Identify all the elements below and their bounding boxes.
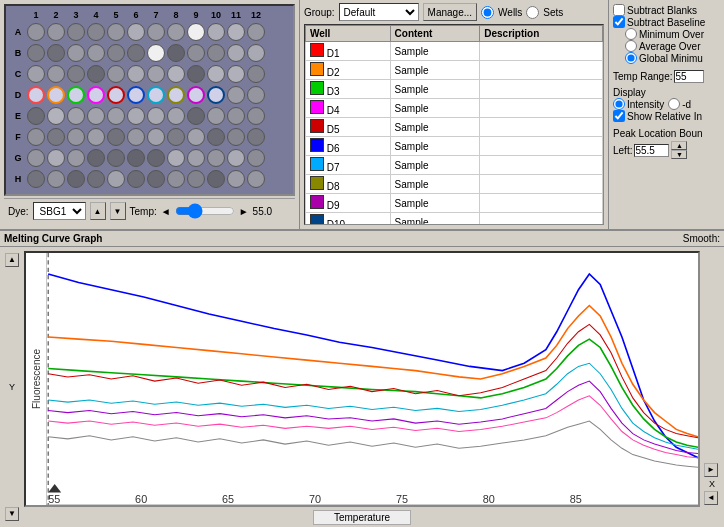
well-G8[interactable] bbox=[167, 149, 185, 167]
dye-spin-down[interactable]: ▼ bbox=[110, 202, 126, 220]
well-B2[interactable] bbox=[47, 44, 65, 62]
table-row[interactable]: D2Sample bbox=[306, 61, 603, 80]
well-F4[interactable] bbox=[87, 128, 105, 146]
well-F1[interactable] bbox=[27, 128, 45, 146]
dye-select[interactable]: SBG1 bbox=[33, 202, 86, 220]
table-row[interactable]: D4Sample bbox=[306, 99, 603, 118]
temp-range-input[interactable] bbox=[674, 70, 704, 83]
temp-slider-right[interactable]: ► bbox=[239, 206, 249, 217]
well-C2[interactable] bbox=[47, 65, 65, 83]
well-F8[interactable] bbox=[167, 128, 185, 146]
well-G9[interactable] bbox=[187, 149, 205, 167]
well-D7[interactable] bbox=[147, 86, 165, 104]
subtract-baseline-label[interactable]: Subtract Baseline bbox=[613, 16, 720, 28]
well-B3[interactable] bbox=[67, 44, 85, 62]
well-D12[interactable] bbox=[247, 86, 265, 104]
well-C7[interactable] bbox=[147, 65, 165, 83]
well-B7[interactable] bbox=[147, 44, 165, 62]
well-E9[interactable] bbox=[187, 107, 205, 125]
well-C11[interactable] bbox=[227, 65, 245, 83]
well-F11[interactable] bbox=[227, 128, 245, 146]
well-E7[interactable] bbox=[147, 107, 165, 125]
well-H11[interactable] bbox=[227, 170, 245, 188]
x-right-btn[interactable]: ► bbox=[704, 463, 718, 477]
well-C10[interactable] bbox=[207, 65, 225, 83]
well-D3[interactable] bbox=[67, 86, 85, 104]
d-label[interactable]: -d bbox=[668, 98, 691, 110]
well-A5[interactable] bbox=[107, 23, 125, 41]
well-H2[interactable] bbox=[47, 170, 65, 188]
well-C4[interactable] bbox=[87, 65, 105, 83]
well-B10[interactable] bbox=[207, 44, 225, 62]
show-relative-label[interactable]: Show Relative In bbox=[613, 110, 720, 122]
well-B11[interactable] bbox=[227, 44, 245, 62]
subtract-blanks-label[interactable]: Subtract Blanks bbox=[613, 4, 720, 16]
well-D6[interactable] bbox=[127, 86, 145, 104]
well-A8[interactable] bbox=[167, 23, 185, 41]
minimum-over-radio[interactable] bbox=[625, 28, 637, 40]
well-H4[interactable] bbox=[87, 170, 105, 188]
left-spin-up[interactable]: ▲ bbox=[671, 141, 687, 150]
x-left-btn[interactable]: ◄ bbox=[704, 491, 718, 505]
well-B12[interactable] bbox=[247, 44, 265, 62]
left-spin-down[interactable]: ▼ bbox=[671, 150, 687, 159]
well-G7[interactable] bbox=[147, 149, 165, 167]
well-E3[interactable] bbox=[67, 107, 85, 125]
well-E12[interactable] bbox=[247, 107, 265, 125]
well-B5[interactable] bbox=[107, 44, 125, 62]
well-H8[interactable] bbox=[167, 170, 185, 188]
well-F10[interactable] bbox=[207, 128, 225, 146]
group-select[interactable]: Default bbox=[339, 3, 419, 21]
well-F5[interactable] bbox=[107, 128, 125, 146]
well-B8[interactable] bbox=[167, 44, 185, 62]
well-H3[interactable] bbox=[67, 170, 85, 188]
global-minimum-label[interactable]: Global Minimu bbox=[613, 52, 720, 64]
well-G2[interactable] bbox=[47, 149, 65, 167]
y-up-btn[interactable]: ▲ bbox=[5, 253, 19, 267]
well-F7[interactable] bbox=[147, 128, 165, 146]
well-A9[interactable] bbox=[187, 23, 205, 41]
well-A2[interactable] bbox=[47, 23, 65, 41]
well-E5[interactable] bbox=[107, 107, 125, 125]
intensity-label[interactable]: Intensity bbox=[613, 98, 664, 110]
well-H10[interactable] bbox=[207, 170, 225, 188]
temp-slider[interactable] bbox=[175, 203, 235, 219]
well-E1[interactable] bbox=[27, 107, 45, 125]
well-D10[interactable] bbox=[207, 86, 225, 104]
well-A11[interactable] bbox=[227, 23, 245, 41]
well-A6[interactable] bbox=[127, 23, 145, 41]
well-C3[interactable] bbox=[67, 65, 85, 83]
well-E10[interactable] bbox=[207, 107, 225, 125]
intensity-radio[interactable] bbox=[613, 98, 625, 110]
well-C12[interactable] bbox=[247, 65, 265, 83]
well-A7[interactable] bbox=[147, 23, 165, 41]
table-row[interactable]: D6Sample bbox=[306, 137, 603, 156]
well-E6[interactable] bbox=[127, 107, 145, 125]
well-D4[interactable] bbox=[87, 86, 105, 104]
well-table-scroll[interactable]: Well Content Description D1Sample D2Samp… bbox=[304, 24, 604, 225]
well-E4[interactable] bbox=[87, 107, 105, 125]
left-value-input[interactable] bbox=[634, 144, 669, 157]
well-A1[interactable] bbox=[27, 23, 45, 41]
well-B6[interactable] bbox=[127, 44, 145, 62]
well-F2[interactable] bbox=[47, 128, 65, 146]
well-H5[interactable] bbox=[107, 170, 125, 188]
sets-radio[interactable] bbox=[526, 6, 539, 19]
wells-radio-label[interactable]: Wells bbox=[498, 7, 522, 18]
well-E11[interactable] bbox=[227, 107, 245, 125]
table-row[interactable]: D9Sample bbox=[306, 194, 603, 213]
well-G6[interactable] bbox=[127, 149, 145, 167]
well-B1[interactable] bbox=[27, 44, 45, 62]
well-G12[interactable] bbox=[247, 149, 265, 167]
well-C5[interactable] bbox=[107, 65, 125, 83]
table-row[interactable]: D3Sample bbox=[306, 80, 603, 99]
table-row[interactable]: D5Sample bbox=[306, 118, 603, 137]
well-F3[interactable] bbox=[67, 128, 85, 146]
minimum-over-label[interactable]: Minimum Over bbox=[613, 28, 720, 40]
table-row[interactable]: D7Sample bbox=[306, 156, 603, 175]
wells-radio[interactable] bbox=[481, 6, 494, 19]
well-D9[interactable] bbox=[187, 86, 205, 104]
well-A3[interactable] bbox=[67, 23, 85, 41]
table-row[interactable]: D8Sample bbox=[306, 175, 603, 194]
well-F6[interactable] bbox=[127, 128, 145, 146]
